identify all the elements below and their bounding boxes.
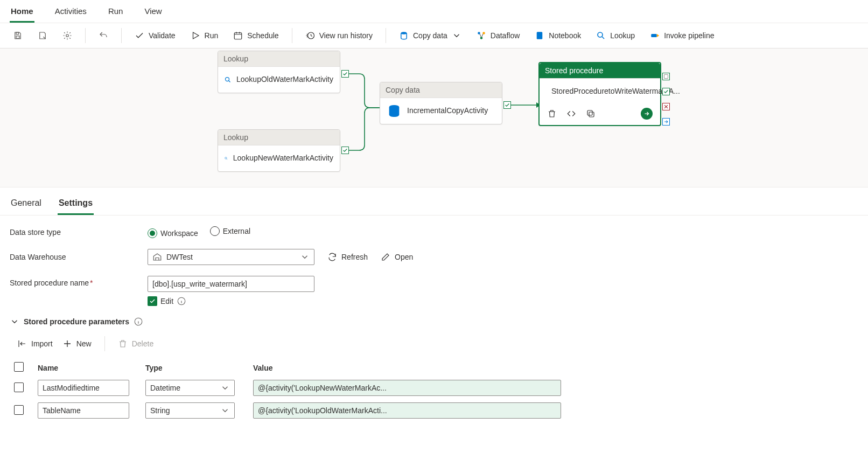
schedule-label: Schedule [247, 31, 278, 40]
row-checkbox[interactable] [14, 405, 24, 415]
param-name-input[interactable]: LastModifiedtime [38, 380, 129, 396]
activity-lookup-new-watermark[interactable]: Lookup LookupNewWaterMarkActivity [218, 129, 340, 172]
data-warehouse-select[interactable]: DWTest [148, 249, 314, 265]
notebook-icon [535, 31, 544, 40]
play-icon [191, 31, 200, 40]
output-port-success[interactable] [503, 101, 511, 109]
import-icon [17, 339, 27, 349]
activity-stored-procedure[interactable]: Stored procedure StoredProceduretoWriteW… [538, 62, 661, 126]
run-button[interactable]: Run [185, 27, 224, 44]
col-name: Name [33, 359, 141, 377]
svg-marker-13 [657, 34, 660, 37]
tab-home[interactable]: Home [10, 3, 34, 23]
param-name-input[interactable]: TableName [38, 402, 129, 419]
check-icon [135, 31, 144, 40]
output-port[interactable] [662, 73, 670, 80]
validate-button[interactable]: Validate [129, 27, 181, 44]
dataflow-icon [477, 31, 486, 40]
search-icon [225, 151, 228, 166]
separator [104, 336, 105, 351]
invoke-pipeline-button[interactable]: Invoke pipeline [645, 27, 719, 44]
import-button[interactable]: Import [17, 339, 53, 349]
save-button[interactable] [8, 27, 28, 44]
radio-workspace-label: Workspace [160, 229, 198, 238]
copy-icon[interactable] [586, 109, 596, 119]
svg-point-9 [480, 37, 483, 39]
open-button[interactable]: Open [381, 252, 413, 262]
view-run-history-button[interactable]: View run history [300, 27, 378, 44]
activity-incremental-copy[interactable]: Copy data IncrementalCopyActivity [380, 82, 502, 124]
database-icon [399, 31, 409, 40]
trash-icon[interactable] [547, 109, 557, 119]
warehouse-icon [152, 252, 162, 262]
radio-workspace[interactable]: Workspace [148, 228, 198, 238]
svg-point-11 [598, 32, 603, 37]
calendar-icon [233, 31, 243, 40]
chevron-down-icon [300, 252, 310, 262]
notebook-label: Notebook [549, 31, 581, 40]
plus-icon [62, 339, 72, 349]
output-port-success[interactable] [341, 147, 349, 154]
pipeline-canvas[interactable]: Lookup LookupOldWaterMarkActivity Lookup… [0, 48, 868, 187]
save-icon [13, 31, 23, 40]
gear-icon [62, 31, 72, 40]
run-activity-button[interactable] [641, 108, 653, 120]
svg-point-6 [401, 32, 407, 34]
svg-point-16 [225, 157, 227, 159]
svg-rect-24 [664, 75, 668, 79]
edit-checkbox[interactable] [148, 296, 157, 306]
notebook-button[interactable]: Notebook [529, 27, 586, 44]
info-icon[interactable] [134, 317, 143, 326]
undo-icon [99, 31, 108, 40]
sp-name-label: Stored procedure name* [10, 276, 135, 287]
param-value-input[interactable]: @{activity('LookupNewWaterMarkAc... [253, 380, 561, 396]
param-row: LastModifiedtime Datetime @{activity('Lo… [10, 377, 683, 399]
separator [292, 28, 292, 43]
refresh-button[interactable]: Refresh [327, 252, 368, 262]
output-port-success[interactable] [662, 88, 670, 95]
delete-button[interactable]: Delete [118, 339, 153, 349]
activity-type: Lookup [218, 51, 340, 67]
param-type-select[interactable]: Datetime [145, 380, 235, 396]
edit-label: Edit [160, 297, 173, 305]
schedule-button[interactable]: Schedule [228, 27, 284, 44]
output-port-fail[interactable] [662, 103, 670, 110]
tab-view[interactable]: View [143, 3, 163, 23]
new-button[interactable]: New [62, 339, 92, 349]
param-value-input[interactable]: @{activity('LookupOldWaterMarkActi... [253, 402, 561, 419]
separator [121, 28, 122, 43]
settings-button[interactable] [57, 27, 78, 44]
panel-tab-settings[interactable]: Settings [58, 195, 94, 215]
tab-activities[interactable]: Activities [54, 3, 88, 23]
tab-run[interactable]: Run [107, 3, 124, 23]
copy-data-button[interactable]: Copy data [394, 27, 467, 44]
trash-icon [118, 339, 128, 349]
panel-tab-general[interactable]: General [10, 195, 43, 215]
svg-rect-23 [587, 110, 592, 115]
save-as-icon [38, 31, 47, 40]
sp-name-input[interactable]: [dbo].[usp_write_watermark] [148, 276, 314, 292]
save-as-button[interactable] [32, 27, 53, 44]
param-type-select[interactable]: String [145, 402, 235, 419]
database-icon [387, 103, 402, 119]
activity-name: LookupOldWaterMarkActivity [236, 75, 333, 85]
info-icon[interactable] [177, 296, 186, 306]
code-icon[interactable] [566, 109, 576, 119]
toolbar: Validate Run Schedule View run history C… [0, 23, 868, 48]
lookup-label: Lookup [610, 31, 635, 40]
row-checkbox[interactable] [14, 382, 24, 392]
dataflow-button[interactable]: Dataflow [471, 27, 525, 44]
activity-name: StoredProceduretoWriteWatermarkA... [551, 87, 680, 96]
params-collapser[interactable]: Stored procedure parameters [10, 317, 858, 326]
lookup-button[interactable]: Lookup [591, 27, 640, 44]
output-port-skip[interactable] [662, 118, 670, 126]
refresh-icon [327, 252, 337, 262]
output-port-success[interactable] [341, 70, 349, 78]
activity-lookup-old-watermark[interactable]: Lookup LookupOldWaterMarkActivity [218, 51, 340, 93]
params-table: Name Type Value LastModifiedtime Datetim… [10, 359, 683, 422]
select-all-checkbox[interactable] [14, 362, 24, 372]
col-value: Value [249, 359, 683, 377]
radio-external[interactable]: External [210, 226, 250, 236]
svg-rect-1 [16, 36, 19, 39]
undo-button[interactable] [93, 27, 114, 44]
